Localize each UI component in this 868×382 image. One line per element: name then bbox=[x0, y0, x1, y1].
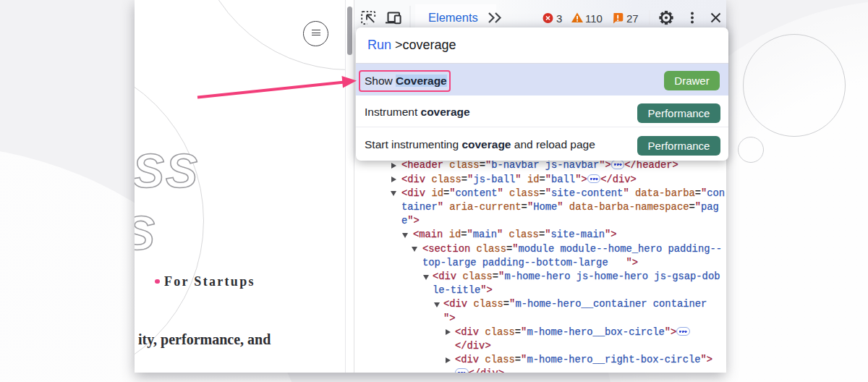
svg-text:27: 27 bbox=[626, 12, 639, 25]
svg-text:3: 3 bbox=[556, 12, 562, 25]
svg-text:Elements: Elements bbox=[428, 11, 478, 24]
svg-text:110: 110 bbox=[585, 12, 603, 25]
